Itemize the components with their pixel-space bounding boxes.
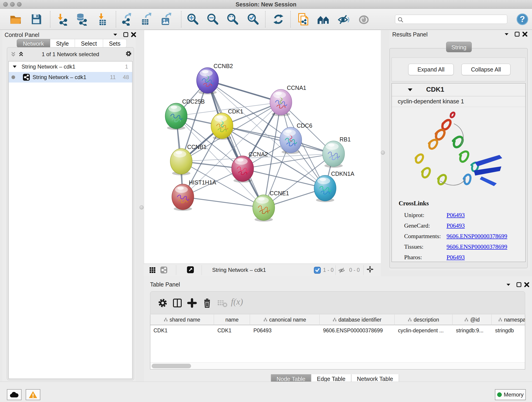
network-node[interactable] (165, 103, 187, 130)
network-node[interactable] (196, 68, 219, 95)
search-input[interactable] (405, 15, 504, 23)
network-node[interactable] (314, 175, 336, 202)
export-table-icon[interactable] (139, 13, 152, 26)
crosslink-link[interactable]: 9606.ENSP00000378699 (447, 233, 507, 240)
tab-sets[interactable]: Sets (103, 39, 127, 48)
selected-checkbox-icon[interactable] (314, 267, 320, 273)
table-settings-gear-icon[interactable] (157, 297, 169, 309)
crosslink-link[interactable]: P06493 (447, 222, 465, 229)
zoom-selected-icon[interactable] (246, 13, 259, 26)
hidden-eye-icon (338, 267, 345, 274)
network-edge[interactable] (208, 80, 281, 102)
panel-menu-icon[interactable] (505, 281, 512, 288)
tab-style[interactable]: Style (50, 39, 75, 48)
column-header[interactable]: namespace (492, 314, 525, 325)
birdseye-icon[interactable] (187, 266, 195, 274)
zoom-fit-icon[interactable] (226, 13, 239, 26)
column-header[interactable]: description (395, 314, 452, 325)
import-network-icon[interactable] (56, 13, 69, 26)
tab-select[interactable]: Select (75, 39, 103, 48)
panel-close-icon[interactable] (521, 31, 528, 38)
cloud-button[interactable] (7, 389, 22, 400)
network-collection-row[interactable]: String Network – cdk1 1 (9, 61, 132, 72)
tab-network[interactable]: Network (17, 39, 50, 48)
search-field[interactable] (395, 15, 507, 24)
warning-button[interactable] (26, 389, 40, 400)
document-share-icon[interactable] (297, 13, 310, 26)
network-node[interactable] (232, 156, 254, 183)
show-columns-icon[interactable] (171, 297, 183, 309)
panel-close-icon[interactable] (523, 281, 530, 288)
scrollbar-thumb[interactable] (152, 364, 191, 368)
collapse-arrow-icon[interactable] (407, 88, 413, 92)
save-icon[interactable] (30, 13, 43, 26)
network-edge[interactable] (183, 197, 264, 208)
column-header[interactable]: name (214, 314, 250, 325)
panel-menu-icon[interactable] (503, 31, 510, 38)
network-row-selected[interactable]: String Network – cdk1 11 48 (9, 72, 132, 83)
node-description-row: cyclin-dependent kinase 1 (392, 96, 525, 107)
import-database-icon[interactable] (75, 13, 88, 26)
table-row[interactable]: CDK1 CDK1 P06493 9606.ENSP00000378699 cy… (150, 326, 525, 336)
add-column-icon[interactable] (186, 297, 198, 309)
help-icon[interactable]: ? (516, 13, 529, 26)
node-table: shared name name canonical name database… (150, 314, 525, 370)
table-panel-title: Table Panel (150, 281, 180, 288)
zoom-in-icon[interactable] (186, 13, 199, 26)
node-result-header[interactable]: CDK1 (392, 83, 525, 96)
expand-all-button[interactable]: Expand All (408, 64, 454, 75)
horizontal-scrollbar[interactable] (150, 362, 525, 369)
network-edge[interactable] (222, 126, 334, 154)
houses-icon[interactable] (317, 13, 330, 26)
crosslink-link[interactable]: P06493 (447, 254, 465, 261)
export-image-icon[interactable] (159, 13, 172, 26)
network-canvas[interactable]: CCNB2CCNA1CDC25BCDK1CDC6RB1CCNB1CCNA2CDK… (144, 30, 381, 264)
expand-collapse-box: Expand All Collapse All (392, 57, 526, 81)
network-node[interactable] (170, 148, 192, 175)
network-node[interactable] (270, 89, 292, 116)
selected-counts: 1 - 0 (323, 267, 334, 273)
results-panel: Results Panel String Expand All Collapse… (389, 30, 530, 270)
network-edge[interactable] (208, 80, 264, 208)
panel-float-icon[interactable] (515, 281, 522, 288)
gear-icon[interactable] (125, 50, 132, 57)
memory-button[interactable]: Memory (495, 389, 526, 400)
results-panel-title: Results Panel (392, 31, 428, 38)
import-table-icon[interactable] (96, 13, 109, 26)
column-header[interactable]: canonical name (250, 314, 320, 325)
left-splitter-grip[interactable] (139, 205, 144, 210)
panel-float-icon[interactable] (122, 31, 129, 38)
column-header[interactable]: shared name (150, 314, 214, 325)
network-edge[interactable] (243, 169, 325, 188)
export-network-icon[interactable] (120, 13, 133, 26)
network-node[interactable] (172, 184, 194, 211)
right-splitter-grip[interactable] (381, 151, 385, 155)
zoom-out-icon[interactable] (206, 13, 219, 26)
collapse-all-button[interactable]: Collapse All (462, 64, 510, 75)
crosslinks-section: CrossLinks Uniprot:P06493 GeneCard:P0649… (399, 200, 429, 207)
eye-icon[interactable] (357, 13, 370, 26)
tab-string[interactable]: String (446, 42, 472, 52)
column-header[interactable]: database identifier (320, 314, 394, 325)
hide-eye-icon[interactable] (337, 13, 350, 26)
crosslink-link[interactable]: P06493 (447, 212, 465, 218)
collapse-arrow-icon[interactable] (12, 65, 17, 69)
panel-menu-icon[interactable] (112, 31, 119, 38)
refresh-icon[interactable] (272, 13, 285, 26)
cytoscape-window: Session: New Session (0, 0, 532, 402)
cell: P06493 (253, 327, 319, 334)
open-folder-icon[interactable] (9, 13, 22, 26)
crosslink-link[interactable]: 9606.ENSP00000378699 (447, 243, 507, 250)
column-header[interactable]: @id (453, 314, 492, 325)
crosslinks-title: CrossLinks (399, 200, 429, 207)
panel-close-icon[interactable] (130, 31, 137, 38)
panel-float-icon[interactable] (514, 31, 520, 38)
grid-view-icon[interactable] (149, 267, 156, 274)
cell: stringdb (495, 327, 523, 334)
network-node[interactable] (323, 141, 345, 168)
network-node[interactable] (253, 195, 275, 222)
pan-crosshair-icon[interactable] (367, 266, 375, 274)
delete-column-icon[interactable] (201, 297, 213, 309)
network-view-icon[interactable] (160, 267, 167, 274)
memory-status-dot (497, 392, 502, 397)
